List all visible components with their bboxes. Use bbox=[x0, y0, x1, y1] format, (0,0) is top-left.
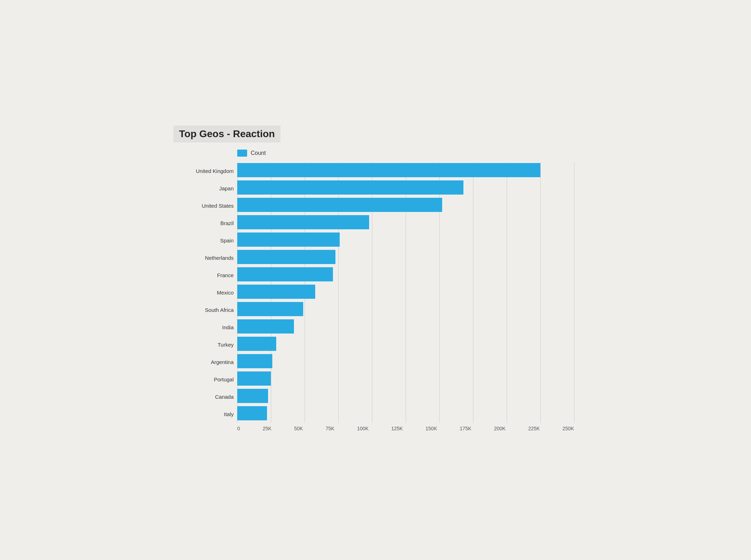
bar-row bbox=[237, 388, 574, 404]
y-label: United Kingdom bbox=[173, 162, 237, 180]
grid-line bbox=[574, 162, 574, 423]
bar bbox=[237, 180, 463, 195]
y-label: Italy bbox=[173, 405, 237, 423]
bar-row bbox=[237, 180, 574, 195]
x-axis-label: 200K bbox=[494, 426, 506, 431]
x-axis-label: 225K bbox=[528, 426, 540, 431]
bar-row bbox=[237, 405, 574, 421]
bar-row bbox=[237, 197, 574, 213]
x-axis-label: 250K bbox=[562, 426, 574, 431]
y-label: Brazil bbox=[173, 214, 237, 232]
y-label: Portugal bbox=[173, 371, 237, 388]
bars-section: United KingdomJapanUnited StatesBrazilSp… bbox=[173, 162, 574, 423]
bar-row bbox=[237, 249, 574, 265]
legend-color-swatch bbox=[237, 150, 247, 157]
bar-row bbox=[237, 232, 574, 247]
y-label: Canada bbox=[173, 388, 237, 405]
bar bbox=[237, 337, 276, 351]
chart-container: Top Geos - Reaction Count United Kingdom… bbox=[163, 115, 588, 446]
bar-rows bbox=[237, 162, 574, 423]
bar bbox=[237, 302, 303, 316]
y-label: Turkey bbox=[173, 336, 237, 353]
y-label: Mexico bbox=[173, 284, 237, 301]
bar bbox=[237, 389, 268, 403]
y-labels: United KingdomJapanUnited StatesBrazilSp… bbox=[173, 162, 237, 423]
x-axis-label: 75K bbox=[326, 426, 334, 431]
chart-title: Top Geos - Reaction bbox=[173, 125, 280, 142]
y-label: Netherlands bbox=[173, 249, 237, 267]
bar bbox=[237, 163, 540, 177]
bar bbox=[237, 267, 333, 281]
bar-row bbox=[237, 267, 574, 282]
y-label: France bbox=[173, 267, 237, 284]
x-axis-label: 150K bbox=[425, 426, 437, 431]
y-label: United States bbox=[173, 197, 237, 214]
y-label: Spain bbox=[173, 232, 237, 249]
bar bbox=[237, 215, 369, 229]
bars-and-grid bbox=[237, 162, 574, 423]
x-axis-label: 0 bbox=[237, 426, 240, 431]
bar bbox=[237, 233, 340, 247]
bar-row bbox=[237, 371, 574, 386]
y-label: South Africa bbox=[173, 301, 237, 319]
bar bbox=[237, 406, 267, 420]
bar-row bbox=[237, 284, 574, 299]
x-axis-label: 25K bbox=[263, 426, 272, 431]
bar bbox=[237, 198, 442, 212]
bar bbox=[237, 250, 335, 264]
x-axis-label: 125K bbox=[391, 426, 403, 431]
y-label: India bbox=[173, 319, 237, 336]
y-label: Argentina bbox=[173, 353, 237, 371]
bar bbox=[237, 319, 294, 334]
x-axis-label: 175K bbox=[460, 426, 472, 431]
bar-row bbox=[237, 353, 574, 369]
bar bbox=[237, 354, 272, 368]
bar-row bbox=[237, 336, 574, 352]
bar bbox=[237, 285, 315, 299]
y-label: Japan bbox=[173, 180, 237, 197]
x-axis-label: 100K bbox=[357, 426, 369, 431]
bar bbox=[237, 371, 271, 386]
bar-row bbox=[237, 319, 574, 334]
bar-row bbox=[237, 301, 574, 317]
bar-row bbox=[237, 162, 574, 178]
x-axis: 025K50K75K100K125K150K175K200K225K250K bbox=[237, 426, 574, 431]
chart-area: United KingdomJapanUnited StatesBrazilSp… bbox=[173, 162, 574, 431]
legend-label: Count bbox=[251, 150, 266, 156]
bar-row bbox=[237, 214, 574, 230]
x-axis-label: 50K bbox=[294, 426, 303, 431]
legend: Count bbox=[237, 150, 574, 157]
